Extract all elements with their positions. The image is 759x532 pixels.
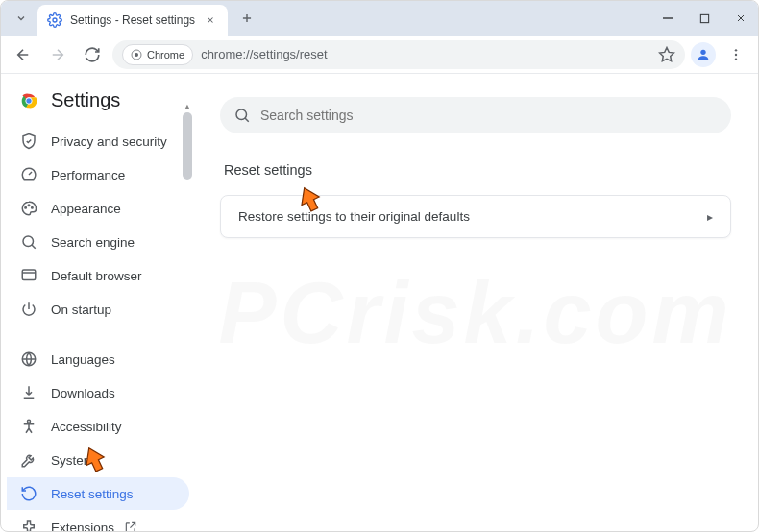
site-chip-label: Chrome (147, 49, 184, 60)
svg-point-13 (25, 207, 27, 209)
bookmark-button[interactable] (658, 46, 675, 63)
svg-point-22 (236, 109, 247, 120)
restore-defaults-row[interactable]: Restore settings to their original defau… (221, 196, 730, 237)
sidebar-item-label: Performance (51, 168, 125, 182)
sidebar-item-languages[interactable]: Languages (7, 343, 189, 375)
svg-point-6 (700, 49, 705, 54)
content-area: Settings Privacy and security Performanc… (1, 74, 758, 532)
reset-icon (20, 485, 37, 502)
svg-point-14 (28, 205, 30, 206)
browser-menu-button[interactable] (722, 40, 750, 69)
chrome-icon (131, 49, 142, 60)
sidebar-item-privacy[interactable]: Privacy and security (7, 125, 189, 157)
chevron-right-icon: ▸ (707, 210, 713, 224)
maximize-icon (699, 13, 710, 24)
nav-forward-button[interactable] (43, 40, 72, 69)
kebab-icon (728, 47, 744, 62)
scrollbar-thumb[interactable] (183, 112, 192, 180)
svg-point-15 (32, 207, 34, 209)
sidebar-item-label: Appearance (51, 202, 121, 216)
svg-point-4 (135, 53, 138, 57)
close-icon (206, 15, 215, 25)
shield-icon (20, 133, 37, 150)
sidebar-item-on-startup[interactable]: On startup (7, 293, 189, 326)
site-chip[interactable]: Chrome (122, 44, 193, 65)
address-bar[interactable]: Chrome chrome://settings/reset (112, 40, 685, 69)
sidebar-item-label: Privacy and security (51, 134, 167, 149)
browser-icon (20, 267, 37, 284)
arrow-right-icon (49, 46, 66, 63)
svg-rect-2 (700, 14, 708, 22)
svg-point-19 (28, 420, 31, 423)
star-icon (658, 46, 675, 63)
sidebar-header: Settings (1, 84, 193, 125)
sidebar-item-label: Accessibility (51, 420, 122, 434)
sidebar-item-downloads[interactable]: Downloads (7, 376, 189, 409)
browser-toolbar: Chrome chrome://settings/reset (1, 36, 758, 74)
scroll-up-icon: ▲ (182, 101, 193, 112)
wrench-icon (20, 451, 37, 469)
person-icon (696, 47, 711, 62)
sidebar-item-label: On startup (51, 302, 111, 317)
palette-icon (20, 200, 37, 217)
download-icon (20, 384, 37, 401)
window-maximize-button[interactable] (695, 9, 714, 28)
settings-gear-icon (47, 12, 62, 28)
chrome-logo-icon (18, 90, 39, 111)
sidebar-item-label: Downloads (51, 386, 115, 400)
settings-sidebar: Settings Privacy and security Performanc… (1, 74, 193, 532)
sidebar-item-label: System (51, 453, 94, 468)
tab-search-dropdown[interactable] (9, 6, 34, 31)
reload-icon (84, 46, 101, 63)
sidebar-item-label: Default browser (51, 269, 142, 283)
speedometer-icon (20, 166, 37, 183)
power-icon (20, 301, 37, 318)
chevron-down-icon (15, 12, 27, 24)
external-link-icon (124, 520, 137, 532)
sidebar-item-reset-settings[interactable]: Reset settings (7, 477, 189, 510)
sidebar-item-search-engine[interactable]: Search engine (7, 226, 189, 258)
titlebar: Settings - Reset settings (1, 1, 758, 36)
extension-icon (20, 519, 37, 532)
svg-rect-17 (22, 270, 36, 280)
search-icon (233, 107, 251, 124)
sidebar-item-default-browser[interactable]: Default browser (7, 259, 189, 292)
sidebar-item-performance[interactable]: Performance (7, 158, 189, 191)
close-icon (735, 12, 747, 24)
browser-tab[interactable]: Settings - Reset settings (37, 5, 228, 36)
minimize-icon (662, 12, 673, 24)
settings-main: Reset settings Restore settings to their… (193, 74, 758, 532)
sidebar-scrollbar[interactable]: ▲ (182, 112, 193, 532)
section-title: Reset settings (224, 162, 731, 178)
settings-heading: Settings (51, 89, 120, 111)
search-icon (20, 233, 37, 251)
settings-search[interactable] (220, 97, 731, 133)
svg-point-16 (23, 236, 34, 247)
svg-point-0 (53, 18, 57, 22)
sidebar-item-label: Reset settings (51, 487, 134, 501)
url-text: chrome://settings/reset (201, 47, 650, 61)
sidebar-item-accessibility[interactable]: Accessibility (7, 410, 189, 443)
svg-point-8 (735, 53, 737, 55)
sidebar-item-appearance[interactable]: Appearance (7, 192, 189, 225)
sidebar-item-extensions[interactable]: Extensions (7, 511, 189, 532)
sidebar-item-label: Search engine (51, 235, 135, 250)
window-minimize-button[interactable] (658, 9, 677, 28)
tab-close-button[interactable] (203, 12, 218, 28)
nav-reload-button[interactable] (78, 40, 107, 69)
settings-search-input[interactable] (260, 108, 718, 123)
nav-back-button[interactable] (9, 40, 37, 69)
new-tab-button[interactable] (233, 5, 260, 32)
svg-marker-5 (660, 47, 674, 60)
arrow-left-icon (14, 46, 32, 63)
sidebar-item-system[interactable]: System (7, 444, 189, 476)
globe-icon (20, 351, 37, 368)
reset-card: Restore settings to their original defau… (220, 195, 731, 238)
window-controls (658, 1, 750, 36)
window-close-button[interactable] (731, 9, 750, 28)
profile-button[interactable] (691, 42, 716, 67)
accessibility-icon (20, 418, 37, 435)
svg-point-7 (735, 49, 737, 51)
restore-defaults-label: Restore settings to their original defau… (238, 209, 470, 224)
tab-title: Settings - Reset settings (70, 13, 195, 27)
